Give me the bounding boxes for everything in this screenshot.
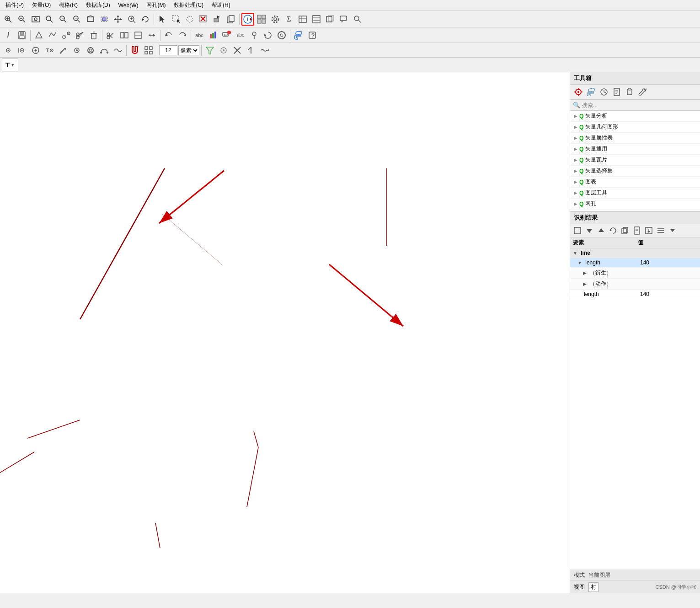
toolbox-clock-icon[interactable] bbox=[598, 86, 609, 97]
view-select[interactable]: 村 bbox=[588, 582, 598, 592]
redo-btn[interactable] bbox=[176, 29, 189, 42]
help-btn[interactable]: ? bbox=[306, 29, 319, 42]
toolbox-item-vector-geometry[interactable]: ▶ Q 矢量几何图形 bbox=[570, 122, 700, 133]
zoom-out-btn[interactable] bbox=[16, 13, 28, 26]
zoom-layer-btn[interactable] bbox=[84, 13, 97, 26]
label2-btn[interactable]: ab bbox=[220, 29, 233, 42]
refresh-btn[interactable] bbox=[139, 13, 152, 26]
id-down-btn[interactable] bbox=[584, 225, 595, 236]
label3-btn[interactable]: abc bbox=[234, 29, 247, 42]
bezier-btn[interactable] bbox=[98, 44, 111, 57]
zoom-full-btn[interactable] bbox=[29, 13, 42, 26]
node3-btn[interactable] bbox=[245, 44, 257, 57]
diagram-btn[interactable] bbox=[207, 29, 219, 42]
menu-web[interactable]: Web(W) bbox=[115, 1, 142, 10]
x-cut-btn[interactable] bbox=[231, 44, 244, 57]
toolbox-item-table[interactable]: ▶ Q 图表 bbox=[570, 177, 700, 188]
digitize-btn[interactable] bbox=[46, 29, 59, 42]
toolbox-doc-icon[interactable] bbox=[611, 86, 622, 97]
snap-config2-btn[interactable] bbox=[16, 44, 28, 57]
toolbox-item-vector-selection[interactable]: ▶ Q 矢量选择集 bbox=[570, 166, 700, 177]
node-tool1-btn[interactable] bbox=[70, 44, 83, 57]
snap-config-btn[interactable] bbox=[2, 44, 15, 57]
copy-paste-btn[interactable] bbox=[224, 13, 237, 26]
toolbox-python-icon[interactable] bbox=[586, 86, 597, 97]
edit-pen2-btn[interactable] bbox=[57, 44, 69, 57]
merge-btn[interactable] bbox=[118, 29, 131, 42]
id-expand-btn[interactable] bbox=[572, 225, 583, 236]
zoom-selection-btn[interactable] bbox=[98, 13, 111, 26]
id-export-btn[interactable] bbox=[643, 225, 654, 236]
sigma-btn[interactable]: Σ bbox=[283, 13, 295, 26]
tile-tool-btn[interactable] bbox=[255, 13, 268, 26]
zoom-next-btn[interactable]: → bbox=[70, 13, 83, 26]
select-area-btn[interactable] bbox=[170, 13, 182, 26]
table-btn[interactable] bbox=[296, 13, 309, 26]
zoom-in-btn[interactable] bbox=[2, 13, 15, 26]
id-refresh-btn[interactable] bbox=[608, 225, 619, 236]
filter-green-btn[interactable] bbox=[203, 44, 216, 57]
menu-help[interactable]: 帮助(H) bbox=[208, 0, 234, 10]
toolbox-item-vector-general[interactable]: ▶ Q 矢量通用 bbox=[570, 144, 700, 155]
id-doc-btn[interactable] bbox=[631, 225, 642, 236]
menu-processing[interactable]: 数据处理(C) bbox=[170, 0, 207, 10]
id-settings-btn[interactable] bbox=[655, 225, 666, 236]
toolbox-gear-icon[interactable] bbox=[573, 86, 584, 97]
select-tool-btn[interactable] bbox=[156, 13, 169, 26]
magnet-btn[interactable] bbox=[128, 44, 141, 57]
move-feature-btn[interactable] bbox=[211, 13, 224, 26]
delete-selected-btn[interactable] bbox=[87, 29, 100, 42]
search-map-btn[interactable] bbox=[351, 13, 364, 26]
add-feature-btn[interactable] bbox=[32, 29, 45, 42]
save-layer-btn[interactable] bbox=[16, 29, 28, 42]
speech-btn[interactable] bbox=[337, 13, 350, 26]
zoom-in2-btn[interactable] bbox=[125, 13, 138, 26]
cut-btn[interactable] bbox=[104, 29, 117, 42]
toolbox-item-vector-analysis[interactable]: ▶ Q 矢量分析 bbox=[570, 111, 700, 122]
text-tool-btn[interactable]: T ▼ bbox=[2, 59, 18, 71]
undo-btn[interactable] bbox=[162, 29, 175, 42]
snap-enable-btn[interactable] bbox=[29, 44, 42, 57]
identify-btn[interactable]: i bbox=[241, 13, 254, 26]
zoom-prev-btn[interactable]: ← bbox=[57, 13, 69, 26]
rotate-btn[interactable] bbox=[262, 29, 274, 42]
toolbox-clip-icon[interactable] bbox=[624, 86, 635, 97]
results-row-line[interactable]: ▼ line bbox=[570, 248, 700, 258]
results-row-length2[interactable]: length 140 bbox=[570, 290, 700, 299]
zoom-window-btn[interactable] bbox=[43, 13, 56, 26]
magnet2-btn[interactable] bbox=[217, 44, 230, 57]
toolbox-wrench-icon[interactable] bbox=[637, 86, 648, 97]
menu-plugin[interactable]: 插件(P) bbox=[2, 0, 27, 10]
wave-btn[interactable] bbox=[258, 44, 271, 57]
results-row-derived[interactable]: ▶ （衍生） bbox=[570, 268, 700, 279]
stream-btn[interactable] bbox=[112, 44, 124, 57]
cut-feature-btn[interactable] bbox=[74, 29, 86, 42]
menu-vector[interactable]: 矢量(O) bbox=[28, 0, 54, 10]
deselect-btn[interactable] bbox=[197, 13, 210, 26]
topology-btn[interactable]: T⊙ bbox=[43, 44, 56, 57]
label-abc-btn[interactable]: abc bbox=[193, 29, 206, 42]
toolbox-item-mesh[interactable]: ▶ Q 网孔 bbox=[570, 199, 700, 210]
pen-btn[interactable]: / bbox=[2, 29, 15, 42]
another-btn2[interactable] bbox=[145, 29, 158, 42]
vertex-tool-btn[interactable] bbox=[60, 29, 73, 42]
pan-btn[interactable] bbox=[112, 13, 124, 26]
road-btn[interactable] bbox=[275, 29, 288, 42]
menu-mesh[interactable]: 网孔(M) bbox=[143, 0, 169, 10]
results-row-length[interactable]: ▼ length 140 bbox=[570, 258, 700, 268]
toolbox-item-vector-attrs[interactable]: ▶ Q 矢量属性表 bbox=[570, 133, 700, 144]
gear-btn[interactable] bbox=[269, 13, 282, 26]
id-copy-btn[interactable] bbox=[620, 225, 631, 236]
toolbox-search-input[interactable] bbox=[582, 102, 697, 108]
grid-snap-btn[interactable] bbox=[142, 44, 155, 57]
id-up-btn[interactable] bbox=[596, 225, 607, 236]
select-polygon-btn[interactable] bbox=[183, 13, 196, 26]
menu-raster[interactable]: 栅格(R) bbox=[55, 0, 81, 10]
toolbox-item-layer-tools[interactable]: ▶ Q 图层工具 bbox=[570, 188, 700, 199]
node-tool2-btn[interactable] bbox=[84, 44, 97, 57]
menu-database[interactable]: 数据库(D) bbox=[82, 0, 114, 10]
pixel-unit-select[interactable]: 像素 bbox=[178, 45, 199, 55]
python-btn[interactable] bbox=[292, 29, 305, 42]
move-pin-btn[interactable] bbox=[248, 29, 261, 42]
pixel-input[interactable] bbox=[159, 45, 177, 55]
